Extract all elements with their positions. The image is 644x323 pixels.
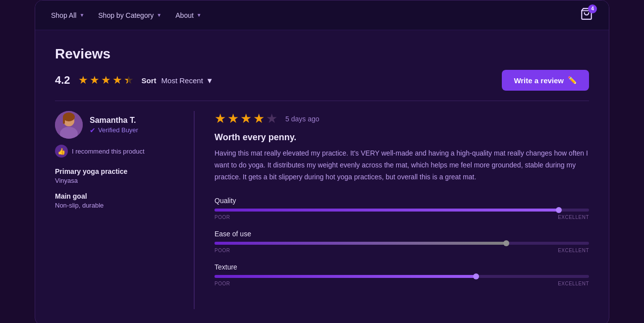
verified-icon: ✔	[90, 126, 96, 134]
texture-bar-max: EXCELLENT	[558, 281, 589, 286]
texture-bar-dot	[473, 273, 479, 279]
star-3: ★	[101, 74, 111, 87]
nav-shop-all-label: Shop All	[51, 11, 76, 19]
yoga-practice-label: Primary yoga practice	[55, 167, 178, 175]
texture-bar-labels: POOR EXCELLENT	[215, 281, 589, 286]
nav-about-label: About	[175, 11, 194, 19]
navigation: Shop All ▼ Shop by Category ▼ About ▼ 4	[35, 0, 609, 30]
quality-bar-min: POOR	[215, 215, 230, 220]
reviewer-info: Samantha T. ✔ Verified Buyer	[90, 116, 138, 134]
ease-bar-fill	[215, 242, 507, 245]
quality-bar-track	[215, 209, 589, 212]
review-content-panel: ★ ★ ★ ★ ★ 5 days ago Worth every penny. …	[194, 111, 589, 309]
nav-shop-all[interactable]: Shop All ▼	[51, 11, 84, 19]
recommend-text: I recommend this product	[72, 148, 145, 155]
quality-bar-labels: POOR EXCELLENT	[215, 215, 589, 220]
sort-dropdown[interactable]: Most Recent ▼	[161, 76, 214, 85]
chevron-down-icon: ▼	[157, 12, 161, 18]
quality-label: Quality	[215, 197, 589, 205]
rating-row: 4.2 ★ ★ ★ ★ ★★ Sort Most Recent ▼	[55, 74, 214, 87]
review-meta-row: ★ ★ ★ ★ ★ 5 days ago	[215, 111, 589, 126]
nav-shop-by-category[interactable]: Shop by Category ▼	[98, 11, 161, 19]
nav-left: Shop All ▼ Shop by Category ▼ About ▼	[51, 11, 202, 19]
chevron-down-icon: ▼	[206, 76, 214, 85]
main-goal-value: Non-slip, durable	[55, 202, 178, 209]
ease-bar-dot	[503, 240, 509, 246]
overall-stars: ★ ★ ★ ★ ★★	[78, 74, 134, 87]
review-card: Samantha T. ✔ Verified Buyer 👍 I recomme…	[55, 111, 589, 309]
thumbs-up-icon: 👍	[55, 145, 68, 158]
reviewer-avatar-row: Samantha T. ✔ Verified Buyer	[55, 111, 178, 139]
texture-bar-min: POOR	[215, 281, 230, 286]
cart-button[interactable]: 4	[580, 7, 593, 23]
review-star-1: ★	[215, 111, 226, 126]
browser-window: Shop All ▼ Shop by Category ▼ About ▼ 4 …	[35, 0, 609, 323]
texture-bar-fill	[215, 275, 477, 278]
review-body: Having this mat really elevated my pract…	[215, 148, 589, 183]
review-star-4: ★	[253, 111, 265, 126]
review-star-2: ★	[227, 111, 239, 126]
reviews-header: 4.2 ★ ★ ★ ★ ★★ Sort Most Recent ▼	[55, 70, 589, 91]
sort-label: Sort	[142, 76, 157, 85]
yoga-practice-detail: Primary yoga practice Vinyasa	[55, 167, 178, 184]
header-divider	[55, 101, 589, 101]
texture-bar-row: Texture POOR EXCELLENT	[215, 263, 589, 286]
cart-badge: 4	[588, 4, 597, 13]
quality-bar-fill	[215, 209, 559, 212]
sort-row: Sort Most Recent ▼	[142, 76, 214, 85]
quality-bar-dot	[556, 207, 562, 213]
recommend-row: 👍 I recommend this product	[55, 145, 178, 158]
chevron-down-icon: ▼	[197, 12, 202, 18]
page-title: Reviews	[55, 46, 589, 62]
sort-value: Most Recent	[161, 76, 203, 85]
overall-rating: 4.2	[55, 74, 70, 87]
ease-bar-track	[215, 242, 589, 245]
review-star-3: ★	[240, 111, 252, 126]
pencil-icon: ✏️	[568, 76, 577, 85]
quality-bar-row: Quality POOR EXCELLENT	[215, 197, 589, 220]
reviewer-name: Samantha T.	[90, 116, 138, 125]
nav-about[interactable]: About ▼	[175, 11, 202, 19]
review-stars: ★ ★ ★ ★ ★	[215, 111, 277, 126]
verified-label: Verified Buyer	[98, 126, 138, 134]
write-review-button[interactable]: Write a review ✏️	[502, 70, 589, 91]
star-2: ★	[90, 74, 100, 87]
ease-label: Ease of use	[215, 230, 589, 238]
avatar	[55, 111, 83, 139]
star-4: ★	[112, 74, 122, 87]
write-review-label: Write a review	[514, 76, 564, 85]
main-goal-detail: Main goal Non-slip, durable	[55, 192, 178, 209]
chevron-down-icon: ▼	[79, 12, 84, 18]
review-title: Worth every penny.	[215, 132, 589, 143]
quality-bar-max: EXCELLENT	[558, 215, 589, 220]
ease-bar-min: POOR	[215, 248, 230, 253]
ease-bar-labels: POOR EXCELLENT	[215, 248, 589, 253]
yoga-practice-value: Vinyasa	[55, 177, 178, 184]
avatar-image	[55, 111, 83, 139]
svg-rect-6	[63, 117, 65, 124]
nav-shop-by-category-label: Shop by Category	[98, 11, 154, 19]
reviewer-panel: Samantha T. ✔ Verified Buyer 👍 I recomme…	[55, 111, 194, 309]
ease-bar-max: EXCELLENT	[558, 248, 589, 253]
review-date: 5 days ago	[285, 115, 320, 123]
main-content: Reviews 4.2 ★ ★ ★ ★ ★★ Sort Most Recent	[35, 30, 609, 323]
ease-bar-row: Ease of use POOR EXCELLENT	[215, 230, 589, 253]
star-5: ★★	[124, 74, 134, 87]
star-1: ★	[78, 74, 88, 87]
main-goal-label: Main goal	[55, 192, 178, 200]
texture-label: Texture	[215, 263, 589, 271]
texture-bar-track	[215, 275, 589, 278]
verified-badge: ✔ Verified Buyer	[90, 126, 138, 134]
review-star-5: ★	[266, 111, 277, 126]
